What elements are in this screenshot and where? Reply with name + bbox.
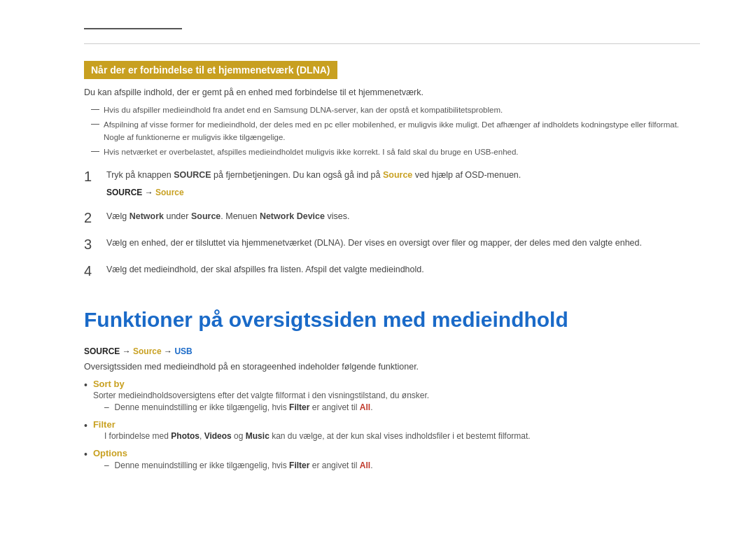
bullet-2: — Afspilning af visse former for mediein…: [84, 119, 700, 143]
full-rule: [84, 43, 700, 44]
all-red: All: [360, 402, 370, 412]
options-label: Options: [93, 448, 127, 458]
arrow2: →: [122, 346, 131, 356]
arrow3: →: [164, 346, 172, 356]
sort-by-desc: Sorter medieindholdsoversigtens efter de…: [93, 391, 429, 400]
section2-intro: Oversigtssiden med medieindhold på en st…: [84, 362, 700, 372]
step-1: 1 Tryk på knappen SOURCE på fjernbetjeni…: [84, 168, 700, 199]
source-bold: SOURCE: [174, 170, 211, 180]
source-bold2: Source: [191, 211, 220, 221]
bullet-3: — Hvis netværket er overbelastet, afspil…: [84, 146, 700, 158]
music-bold: Music: [246, 431, 270, 441]
feature-sort-by: • Sort by Sorter medieindholdsoversigten…: [84, 379, 700, 412]
source-gold: Source: [133, 346, 162, 356]
bullet-2-text: Afspilning af visse former for medieindh…: [104, 119, 700, 143]
source-gold-link: Source: [383, 170, 412, 180]
section2-source: SOURCE → Source → USB: [84, 346, 700, 356]
sort-by-sub-text: Denne menuindstilling er ikke tilgængeli…: [115, 402, 373, 412]
usb-link: USB: [174, 346, 192, 356]
step-4-content: Vælg det medieindhold, der skal afspille…: [106, 262, 424, 276]
all-red2: All: [360, 461, 370, 470]
arrow: →: [145, 188, 153, 197]
sub-dash-icon: –: [104, 402, 109, 412]
dash-icon: —: [91, 146, 99, 158]
bullet-dot-icon2: •: [84, 419, 88, 432]
filter-bold2: Filter: [289, 461, 309, 470]
bullet-1-text: Hvis du afspiller medieindhold fra andet…: [104, 104, 503, 116]
feature-bullet-sort: • Sort by Sorter medieindholdsoversigten…: [84, 379, 700, 412]
step-2: 2 Vælg Network under Source. Menuen Netw…: [84, 209, 700, 226]
step-2-num: 2: [84, 209, 98, 226]
steps: 1 Tryk på knappen SOURCE på fjernbetjeni…: [84, 168, 700, 279]
bullet-1: — Hvis du afspiller medieindhold fra and…: [84, 104, 700, 116]
section2-title: Funktioner på oversigtssiden med mediein…: [84, 307, 700, 332]
photos-bold: Photos: [171, 431, 200, 441]
step-1-num: 1: [84, 168, 98, 185]
sub-dash-icon3: –: [104, 461, 109, 470]
network-device-bold: Network Device: [260, 211, 325, 221]
sort-by-label: Sort by: [93, 379, 125, 389]
feature-bullet-filter: • Filter I forbindelse med Photos, Video…: [84, 419, 700, 441]
filter-desc: I forbindelse med Photos, Videos og Musi…: [93, 431, 531, 441]
section2: Funktioner på oversigtssiden med mediein…: [84, 307, 700, 470]
step-1-content: Tryk på knappen SOURCE på fjernbetjening…: [106, 168, 521, 199]
videos-bold: Videos: [204, 431, 232, 441]
section1-title: Når der er forbindelse til et hjemmenetv…: [84, 61, 337, 79]
source-link: Source: [155, 188, 184, 197]
feature-filter-body: Filter I forbindelse med Photos, Videos …: [93, 419, 531, 441]
bullet-dot-icon: •: [84, 379, 88, 391]
top-rule: [84, 28, 182, 29]
feature-options-body: Options – Denne menuindstilling er ikke …: [93, 448, 373, 470]
step-3: 3 Vælg en enhed, der er tilsluttet via h…: [84, 236, 700, 253]
page: Når der er forbindelse til et hjemmenetv…: [0, 0, 756, 505]
step-1-source: SOURCE → Source: [106, 186, 521, 199]
feature-bullet-options: • Options – Denne menuindstilling er ikk…: [84, 448, 700, 470]
dash-icon: —: [91, 104, 99, 116]
step-3-num: 3: [84, 236, 98, 253]
filter-bold: Filter: [289, 402, 309, 412]
step-2-content: Vælg Network under Source. Menuen Networ…: [106, 209, 349, 223]
options-sub-text: Denne menuindstilling er ikke tilgængeli…: [115, 461, 373, 470]
bullet-dot-icon3: •: [84, 448, 88, 461]
sort-by-sub: – Denne menuindstilling er ikke tilgænge…: [93, 402, 429, 412]
feature-list: • Sort by Sorter medieindholdsoversigten…: [84, 379, 700, 470]
section1-intro: Du kan afspille indhold, der er gemt på …: [84, 87, 700, 97]
bullet-3-text: Hvis netværket er overbelastet, afspille…: [104, 146, 519, 158]
step-4-num: 4: [84, 262, 98, 279]
feature-options: • Options – Denne menuindstilling er ikk…: [84, 448, 700, 470]
section1: Når der er forbindelse til et hjemmenetv…: [84, 61, 700, 279]
filter-label: Filter: [93, 419, 115, 430]
step-3-content: Vælg en enhed, der er tilsluttet via hje…: [106, 236, 642, 250]
feature-sort-body: Sort by Sorter medieindholdsoversigtens …: [93, 379, 429, 412]
dash-icon: —: [91, 119, 99, 143]
network-bold: Network: [130, 211, 164, 221]
feature-filter: • Filter I forbindelse med Photos, Video…: [84, 419, 700, 441]
options-sub: – Denne menuindstilling er ikke tilgænge…: [93, 461, 373, 470]
step-4: 4 Vælg det medieindhold, der skal afspil…: [84, 262, 700, 279]
